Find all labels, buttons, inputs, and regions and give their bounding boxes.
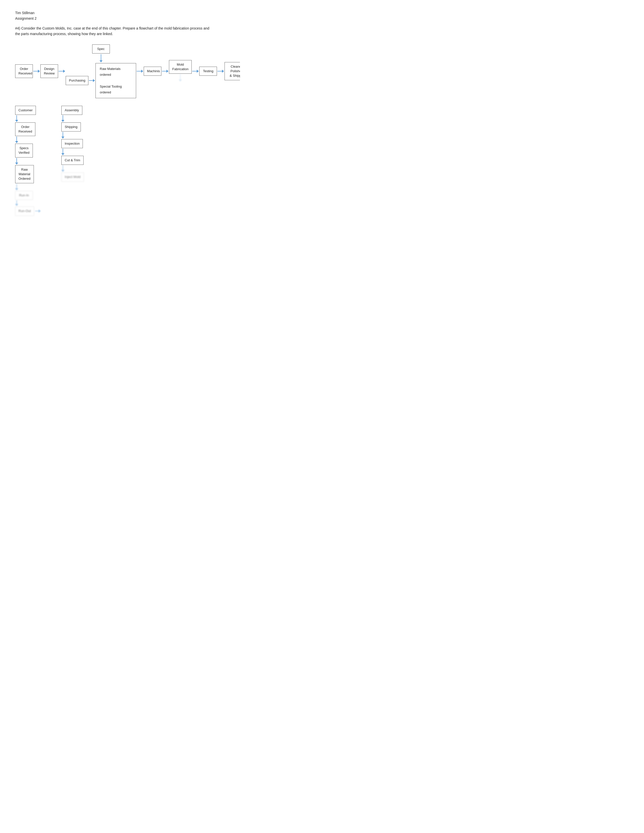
arrow-5 — [192, 70, 199, 73]
box-cleaned-polished: Cleaned,Polished,& Shipped — [224, 62, 240, 80]
arrow-6 — [217, 70, 224, 73]
spec-branch-area: Spec Purchasing — [66, 44, 136, 98]
arrow-3 — [137, 70, 143, 73]
rv-arrow-4 — [61, 165, 64, 172]
mold-fab-col: MoldFabrication — [169, 60, 192, 82]
spec-down-arrow — [100, 54, 103, 62]
left-column: Customer OrderReceived SpecsVerified Raw… — [15, 106, 41, 216]
box-blurred-2: Run-Out — [15, 206, 34, 215]
question-text: #4) Consider the Custom Molds, Inc. case… — [15, 26, 212, 37]
rv-arrow-3 — [61, 149, 64, 155]
assignment-label: Assignment 2 — [15, 16, 225, 21]
box-spec: Spec — [92, 44, 110, 53]
v-arrow-5 — [15, 200, 18, 206]
arrow-1 — [33, 70, 40, 73]
bottom-flow-section: Customer OrderReceived SpecsVerified Raw… — [15, 106, 232, 216]
box-raw-material: RawMaterialOrdered — [15, 165, 34, 183]
box-purchasing: Purchasing — [66, 76, 89, 85]
box-cut-trim: Cut & Trim — [61, 156, 83, 165]
mold-down-arrow — [179, 74, 182, 82]
right-column: Assembly Shipping Inspection Cut & Trim — [61, 106, 84, 216]
box-order-received-2: OrderReceived — [15, 122, 35, 136]
v-arrow-2 — [15, 137, 18, 143]
box-testing: Testing — [199, 67, 217, 76]
box-customer: Customer — [15, 106, 36, 115]
box-blurred-1: Run-In — [15, 191, 33, 200]
v-arrow-4 — [15, 184, 18, 190]
arrow-4 — [162, 70, 169, 73]
box-mold-fabrication: MoldFabrication — [169, 60, 192, 74]
box-specs-verified: SpecsVerified — [15, 144, 33, 157]
notes-box: Raw Materials orderedSpecial Tooling ord… — [95, 63, 136, 98]
purchasing-row: Purchasing Raw Materials orderedSpecial … — [66, 63, 136, 98]
box-inspection: Inspection — [61, 139, 83, 148]
blurred-row-2: Run-Out — [15, 206, 41, 215]
box-order-received: OrderReceived — [15, 64, 33, 78]
spec-col: Spec Purchasing — [66, 44, 136, 98]
rv-arrow-1 — [61, 115, 64, 122]
rv-arrow-2 — [61, 132, 64, 138]
author-name: Tim Stillman — [15, 10, 225, 16]
box-assembly: Assembly — [61, 106, 82, 115]
arrow-2 — [59, 70, 65, 73]
arrow-purchasing — [89, 79, 95, 82]
box-shipping: Shipping — [61, 122, 81, 132]
blurred-h-arrow — [35, 209, 41, 212]
box-blurred-right-1: Inject Mold — [61, 172, 84, 182]
box-machinis: Machinis — [144, 67, 161, 76]
box-design-review: DesignReview — [40, 64, 58, 78]
v-arrow-1 — [15, 115, 18, 122]
top-flow-section: OrderReceived DesignReview Spec — [15, 44, 232, 98]
v-arrow-3 — [15, 158, 18, 165]
header-block: Tim Stillman Assignment 2 #4) Consider t… — [15, 10, 225, 37]
main-flow-row: OrderReceived DesignReview Spec — [15, 44, 232, 98]
flowchart-area: OrderReceived DesignReview Spec — [15, 44, 232, 216]
